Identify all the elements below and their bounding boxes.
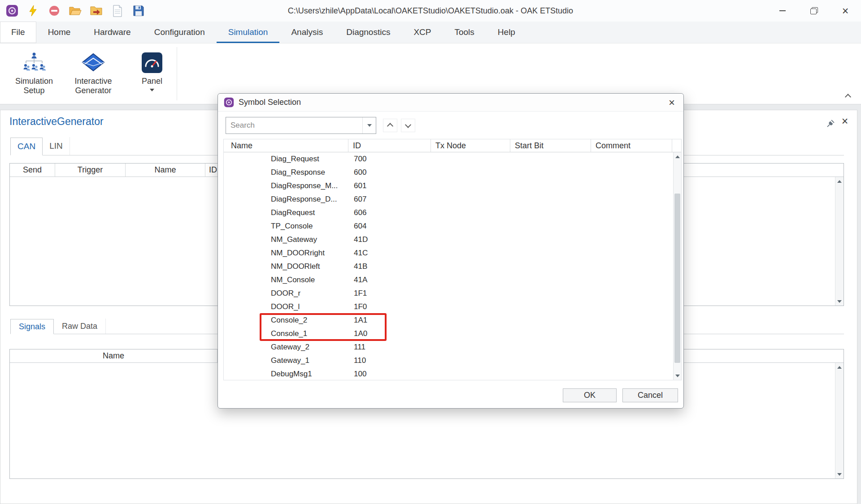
menu-tab-help[interactable]: Help: [486, 22, 527, 43]
import-folder-icon[interactable]: [90, 4, 103, 18]
column-header-name[interactable]: Name: [224, 139, 348, 152]
tab-can[interactable]: CAN: [10, 138, 43, 155]
ribbon-label-line1: Panel: [134, 77, 170, 86]
scroll-up-button[interactable]: [835, 363, 844, 371]
symbol-row[interactable]: NM_Console 41A: [224, 273, 673, 287]
cancel-button[interactable]: Cancel: [622, 388, 678, 402]
scroll-down-button[interactable]: [674, 371, 681, 380]
menu-tab-configuration[interactable]: Configuration: [143, 22, 217, 43]
menu-tab-simulation[interactable]: Simulation: [217, 22, 280, 43]
symbol-row[interactable]: DiagResponse_M... 601: [224, 179, 673, 193]
simulation-setup-button[interactable]: Simulation Setup: [8, 48, 60, 95]
symbol-row[interactable]: Gateway_2 111: [224, 340, 673, 354]
scroll-up-button[interactable]: [674, 152, 681, 161]
column-header-comment[interactable]: Comment: [591, 139, 672, 152]
scroll-up-button[interactable]: [835, 177, 844, 185]
symbol-id: 606: [354, 208, 408, 217]
symbol-name: Gateway_1: [271, 356, 354, 365]
symbol-row[interactable]: NM_DOORleft 41B: [224, 260, 673, 273]
symbol-name: DebugMsg1: [271, 370, 354, 379]
dialog-close-button[interactable]: ×: [665, 96, 679, 109]
minimize-button[interactable]: [767, 0, 798, 22]
scroll-down-button[interactable]: [835, 297, 844, 306]
column-header-start-bit[interactable]: Start Bit: [510, 139, 591, 152]
symbol-row[interactable]: DiagResponse_D... 607: [224, 193, 673, 206]
arrow-up-icon: [675, 155, 680, 158]
combo-dropdown-button[interactable]: [362, 117, 376, 134]
menu-tab-home[interactable]: Home: [36, 22, 83, 43]
interactive-generator-button[interactable]: Interactive Generator: [66, 48, 120, 95]
ok-button[interactable]: OK: [563, 388, 617, 402]
menu-tab-analysis[interactable]: Analysis: [279, 22, 335, 43]
window-controls: ×: [767, 0, 861, 22]
symbol-id: 604: [354, 222, 408, 231]
symbol-id: 600: [354, 168, 408, 177]
symbol-list-scrollbar[interactable]: [673, 152, 681, 380]
menu-tab-xcp[interactable]: XCP: [402, 22, 443, 43]
column-header-name[interactable]: Name: [126, 164, 205, 177]
new-document-icon[interactable]: [111, 4, 124, 18]
menu-tab-hardware[interactable]: Hardware: [82, 22, 142, 43]
search-input[interactable]: [226, 117, 362, 134]
symbol-name: NM_DOORleft: [271, 262, 354, 271]
scrollbar-thumb[interactable]: [674, 194, 680, 363]
symbol-id: 607: [354, 195, 408, 204]
dialog-titlebar[interactable]: Symbol Selection ×: [218, 94, 683, 112]
minimize-icon: [779, 10, 786, 11]
column-header-name[interactable]: Name: [10, 349, 217, 362]
collapse-ribbon-button[interactable]: [842, 91, 854, 101]
symbol-row[interactable]: Diag_Response 600: [224, 166, 673, 179]
symbol-row[interactable]: TP_Console 604: [224, 220, 673, 233]
tab-raw-data[interactable]: Raw Data: [54, 319, 106, 334]
ribbon-label-line1: Interactive: [66, 77, 120, 86]
menu-tab-tools[interactable]: Tools: [443, 22, 486, 43]
find-previous-button[interactable]: [383, 119, 397, 132]
symbol-row[interactable]: Diag_Request 700: [224, 152, 673, 166]
ribbon-group-separator: [177, 47, 177, 100]
symbol-row[interactable]: DiagRequest 606: [224, 206, 673, 220]
column-header-send[interactable]: Send: [10, 164, 55, 177]
disconnect-icon[interactable]: [48, 4, 61, 18]
dialog-title: Symbol Selection: [239, 98, 301, 107]
save-icon[interactable]: [132, 4, 145, 18]
open-folder-icon[interactable]: [69, 4, 82, 18]
column-header-tx-node[interactable]: Tx Node: [431, 139, 510, 152]
symbol-row[interactable]: NM_DOORright 41C: [224, 246, 673, 260]
app-logo-icon[interactable]: [5, 4, 19, 18]
lightning-icon[interactable]: [26, 4, 40, 18]
symbol-row[interactable]: DOOR_l 1F0: [224, 300, 673, 314]
symbol-row[interactable]: DebugMsg1 100: [224, 367, 673, 380]
column-header-id[interactable]: ID: [348, 139, 431, 152]
panel-title: InteractiveGenerator: [9, 116, 104, 128]
close-icon: ×: [842, 5, 849, 17]
ribbon-label-line1: Simulation: [8, 77, 60, 86]
symbol-row[interactable]: NM_Gateway 41D: [224, 233, 673, 246]
arrow-down-icon: [837, 300, 842, 303]
symbol-name: DiagRequest: [271, 208, 354, 217]
signal-table-scrollbar[interactable]: [835, 363, 844, 478]
maximize-button[interactable]: [798, 0, 830, 22]
menu-tabs: FileHomeHardwareConfigurationSimulationA…: [0, 22, 861, 43]
close-icon: ×: [842, 115, 848, 128]
panel-gauge-icon: [134, 48, 170, 74]
tab-signals[interactable]: Signals: [10, 319, 54, 334]
tab-lin[interactable]: LIN: [43, 137, 70, 155]
symbol-name: NM_DOORright: [271, 249, 354, 258]
scroll-down-button[interactable]: [835, 470, 844, 478]
symbol-name: NM_Console: [271, 276, 354, 284]
annotation-highlight-box: [260, 313, 387, 341]
menu-tab-file[interactable]: File: [0, 22, 36, 43]
symbol-row[interactable]: Gateway_1 110: [224, 354, 673, 367]
symbol-row[interactable]: DOOR_r 1F1: [224, 287, 673, 300]
message-table-scrollbar[interactable]: [835, 177, 844, 306]
column-header-trigger[interactable]: Trigger: [55, 164, 126, 177]
pin-icon[interactable]: [826, 118, 835, 128]
panel-close-button[interactable]: ×: [839, 115, 851, 127]
find-next-button[interactable]: [401, 119, 415, 132]
search-combobox[interactable]: [226, 117, 376, 134]
close-button[interactable]: ×: [830, 0, 861, 22]
symbol-selection-dialog: Symbol Selection × Name ID Tx Node Start…: [217, 93, 684, 409]
panel-button[interactable]: Panel: [134, 48, 170, 91]
menu-tab-diagnostics[interactable]: Diagnostics: [335, 22, 402, 43]
arrow-up-icon: [837, 180, 842, 183]
